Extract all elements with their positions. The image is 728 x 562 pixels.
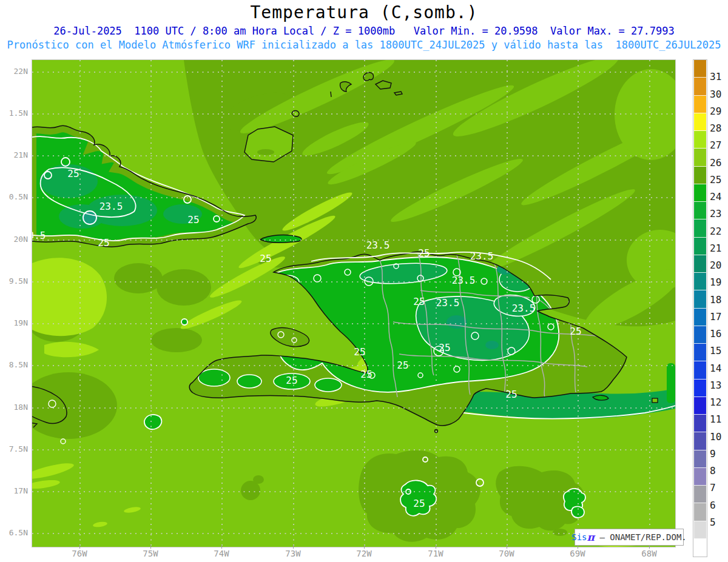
lat-tick-label: 8.5N	[0, 360, 28, 370]
colorbar-value-label: 29	[710, 106, 728, 117]
lon-tick-mark	[436, 545, 436, 549]
temperature-colorbar	[693, 59, 707, 557]
colorbar-segment	[694, 380, 706, 397]
colorbar-segment	[694, 184, 706, 202]
credit-box: Sisπ – ONAMET/REP.DOM.	[575, 529, 684, 546]
contour-value-label: 23.5	[512, 303, 536, 314]
colorbar-segment	[694, 167, 706, 184]
colorbar-value-label: 10	[710, 432, 728, 443]
colorbar-value-label: 19	[710, 277, 728, 288]
contour-value-label: 25	[418, 247, 430, 259]
subtitle-model-info: Pronóstico con el Modelo Atmósferico WRF…	[0, 39, 728, 51]
colorbar-value-label: 23	[710, 209, 728, 219]
page-title: Temperatura (C,somb.)	[0, 2, 728, 22]
colorbar-segment	[694, 503, 706, 521]
lon-tick-label: 72W	[346, 549, 382, 558]
colorbar-value-label: 9	[710, 449, 728, 460]
colorbar-value-label: 8	[710, 466, 728, 477]
colorbar-value-label: 11	[710, 414, 728, 425]
weather-map-screen: Temperatura (C,somb.) 26-Jul-2025 1100 U…	[0, 0, 728, 562]
lon-tick-label: 68W	[631, 549, 667, 558]
contour-value-label: 25	[260, 253, 271, 264]
contour-value-label: 25	[413, 498, 425, 509]
colorbar-value-label: 25	[710, 175, 728, 186]
colorbar-value-label: 31	[710, 72, 728, 82]
colorbar-value-label: 7	[710, 483, 728, 493]
subtitle-validtime: 26-Jul-2025 1100 UTC / 8:00 am Hora Loca…	[0, 25, 728, 37]
lon-tick-label: 70W	[488, 549, 525, 558]
contour-value-label: 23.5	[99, 201, 123, 212]
pi-symbol: π	[587, 531, 595, 543]
colorbar-value-label: 26	[710, 158, 728, 169]
contour-value-label: 25	[286, 375, 297, 386]
colorbar-segment	[694, 131, 706, 149]
lon-tick-label: 69W	[559, 549, 596, 558]
contour-value-label: 25	[67, 168, 79, 179]
sispi-logo-text: Sis	[571, 532, 587, 542]
lon-tick-label: 76W	[61, 549, 98, 558]
colorbar-segment	[694, 468, 706, 486]
colorbar-value-label: 13	[710, 380, 728, 391]
contour-value-label: 25	[360, 369, 372, 380]
lat-tick-label: 6.5N	[0, 528, 28, 538]
lon-tick-mark	[221, 545, 222, 549]
colorbar-segment	[694, 60, 706, 78]
contour-value-label: 25	[413, 296, 425, 307]
contour-value-label: 25	[439, 342, 450, 353]
colorbar-segment	[694, 255, 706, 273]
lat-tick-label: 22N	[0, 67, 28, 76]
temperature-map: 2523.5253.5252523.52523.523.52523.523.52…	[32, 60, 675, 547]
colorbar-segment	[694, 344, 706, 361]
colorbar-value-label: 14	[710, 363, 728, 374]
credit-agency-text: – ONAMET/REP.DOM.	[595, 532, 687, 542]
lon-tick-label: 74W	[203, 549, 240, 558]
colorbar-segment	[694, 415, 706, 432]
lon-tick-mark	[150, 545, 151, 549]
colorbar-segment	[694, 521, 706, 539]
colorbar-value-label: 6	[710, 500, 728, 511]
colorbar-value-label: 20	[710, 260, 728, 271]
colorbar-segment	[694, 397, 706, 415]
lon-tick-mark	[364, 545, 365, 549]
colorbar-value-label: 17	[710, 312, 728, 323]
lon-tick-mark	[507, 545, 507, 549]
lat-tick-label: 0.5N	[0, 192, 28, 202]
colorbar-value-label: 28	[710, 123, 728, 134]
colorbar-segment	[694, 238, 706, 255]
colorbar-segment	[694, 486, 706, 503]
colorbar-segment	[694, 290, 706, 308]
colorbar-segment	[694, 450, 706, 468]
colorbar-segment	[694, 219, 706, 237]
lat-tick-label: 19N	[0, 318, 28, 328]
lon-tick-label: 71W	[417, 549, 454, 558]
contour-value-label: 23.5	[436, 297, 460, 309]
colorbar-segment	[694, 326, 706, 344]
colorbar-segment	[694, 539, 706, 557]
contour-value-label: 25	[354, 346, 365, 358]
colorbar-value-label: 18	[710, 295, 728, 306]
contour-value-label: 23.5	[470, 250, 494, 262]
lon-tick-mark	[293, 545, 294, 549]
contour-value-label: 25	[570, 326, 581, 337]
lat-tick-label: 9.5N	[0, 276, 28, 286]
colorbar-value-label: 21	[710, 243, 728, 254]
map-plot-area: 2523.5253.5252523.52523.523.52523.523.52…	[32, 59, 676, 547]
contour-value-label: 25	[397, 360, 408, 371]
contour-value-label: 23.5	[452, 275, 476, 286]
colorbar-segment	[694, 432, 706, 450]
contour-value-label: 23.5	[366, 239, 390, 251]
lon-tick-label: 73W	[275, 549, 311, 558]
colorbar-value-label: 12	[710, 397, 728, 408]
contour-value-label: 3.5	[32, 230, 46, 241]
colorbar-value-label: 5	[710, 517, 728, 528]
contour-value-label: 25	[98, 237, 109, 249]
contour-value-label: 25	[505, 389, 517, 400]
contour-value-label: 25	[187, 214, 199, 226]
colorbar-value-label: 16	[710, 329, 728, 340]
lat-tick-label: 1.5N	[0, 109, 28, 118]
colorbar-segment	[694, 149, 706, 166]
lat-tick-label: 21N	[0, 150, 28, 160]
colorbar-segment	[694, 361, 706, 379]
colorbar-value-label: 27	[710, 140, 728, 151]
colorbar-segment	[694, 309, 706, 326]
